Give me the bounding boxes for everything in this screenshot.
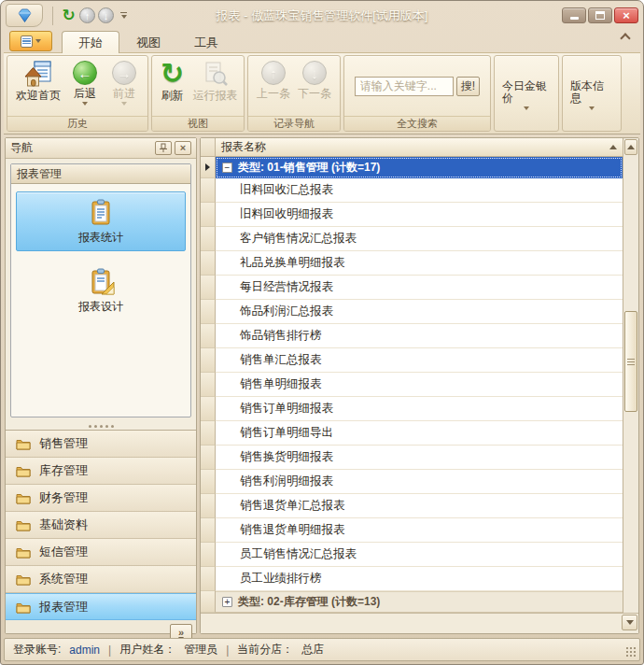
panel-close-button[interactable]: ×	[175, 141, 191, 155]
sort-ascending-icon	[609, 145, 617, 149]
home-icon	[24, 61, 52, 87]
welcome-home-button[interactable]: 欢迎首页	[11, 58, 65, 102]
search-button[interactable]: 搜!	[456, 77, 480, 96]
run-report-label: 运行报表	[193, 90, 238, 102]
module-nav-item[interactable]: 基础资料	[6, 512, 196, 539]
grid-column-header-row: 报表名称	[201, 138, 623, 157]
qat-down-icon[interactable]: ↓	[98, 7, 114, 23]
report-row[interactable]: 销售单明细报表	[201, 373, 623, 397]
expand-icon[interactable]: +	[222, 597, 232, 607]
row-indicator	[201, 203, 216, 227]
branch-label: 当前分店：	[237, 642, 293, 658]
forward-icon: →	[112, 61, 136, 85]
ribbon-group-view: ↻ 刷新 运行报表 视图	[151, 55, 245, 132]
gold-price-dropdown-icon	[524, 106, 529, 110]
ribbon-tab-row: 开始 视图 工具	[4, 27, 640, 52]
group-caption-record-nav: 记录导航	[248, 116, 340, 131]
folder-icon	[16, 545, 31, 559]
scroll-down-button[interactable]	[622, 615, 637, 630]
qat-customize-icon[interactable]	[120, 12, 127, 19]
refresh-button[interactable]: ↻ 刷新	[155, 58, 189, 102]
report-row[interactable]: 旧料回收明细报表	[201, 203, 623, 227]
ribbon-minimize-icon[interactable]	[620, 33, 630, 43]
report-row[interactable]: 销售退货单汇总报表	[201, 494, 623, 518]
resize-grip[interactable]	[625, 646, 637, 658]
report-name: 员工销售情况汇总报表	[240, 546, 357, 562]
row-indicator	[201, 324, 216, 348]
ribbon-tab[interactable]: 开始	[62, 31, 119, 53]
group-row-inventory[interactable]: + 类型: 02-库存管理 (计数=13)	[201, 591, 623, 613]
scroll-up-button[interactable]	[624, 139, 637, 155]
refresh-icon: ↻	[161, 61, 184, 87]
report-row[interactable]: 销售单汇总报表	[201, 348, 623, 373]
report-row[interactable]: 销售换货明细报表	[201, 446, 623, 470]
collapse-icon[interactable]: −	[222, 163, 232, 173]
report-row[interactable]: 每日经营情况报表	[201, 276, 623, 300]
version-info-button[interactable]: 版本信息	[563, 56, 621, 131]
scroll-up-icon	[627, 145, 635, 149]
column-header-label: 报表名称	[221, 139, 266, 155]
row-indicator	[201, 591, 216, 613]
ribbon-tab[interactable]: 工具	[177, 31, 235, 53]
scrollbar-track[interactable]	[623, 156, 638, 613]
report-row[interactable]: 销售利润明细报表	[201, 470, 623, 494]
module-nav-item[interactable]: 销售管理	[6, 431, 196, 458]
report-row[interactable]: 客户销售情况汇总报表	[201, 227, 623, 251]
next-record-button[interactable]: ↓ 下一条	[294, 58, 335, 100]
application-menu-button[interactable]	[9, 31, 52, 51]
run-report-button[interactable]: 运行报表	[189, 58, 241, 102]
sidebar-item-report-design[interactable]: 报表设计	[16, 261, 186, 320]
report-name: 销售退货单汇总报表	[240, 498, 345, 514]
quick-access-toolbar: ↻ ↑ ↓	[52, 7, 127, 25]
report-name: 销售单明细报表	[240, 376, 322, 392]
search-input[interactable]	[355, 77, 454, 96]
ribbon-tab[interactable]: 视图	[119, 31, 177, 53]
report-name: 旧料回收汇总报表	[240, 182, 333, 198]
sidebar-splitter[interactable]	[6, 422, 196, 430]
welcome-home-label: 欢迎首页	[16, 90, 61, 102]
back-label: 后退	[74, 88, 96, 100]
module-nav-item[interactable]: 财务管理	[6, 485, 196, 512]
report-row[interactable]: 销售订单明细导出	[201, 421, 623, 446]
report-row[interactable]: 员工业绩排行榜	[201, 567, 623, 591]
navigation-title: 导航	[10, 140, 33, 156]
report-name: 旧料回收明细报表	[240, 206, 333, 222]
qat-up-icon[interactable]: ↑	[79, 7, 95, 23]
main-area: 导航 × 报表管理	[4, 134, 640, 637]
module-nav-item[interactable]: 报表管理	[6, 593, 196, 620]
sidebar-item-report-statistics[interactable]: 报表统计	[16, 191, 186, 251]
report-row[interactable]: 销售退货单明细报表	[201, 518, 623, 543]
forward-button[interactable]: → 前进	[105, 58, 144, 106]
maximize-icon	[595, 11, 605, 20]
pin-button[interactable]	[155, 141, 172, 155]
user-name-value: 管理员	[184, 642, 217, 658]
back-button[interactable]: ← 后退	[65, 58, 105, 106]
scroll-down-icon	[626, 620, 634, 625]
prev-record-button[interactable]: ↑ 上一条	[253, 58, 294, 100]
module-nav-item[interactable]: 短信管理	[6, 539, 196, 566]
minimize-button[interactable]	[562, 7, 586, 23]
status-bar: 登录账号: admin | 用户姓名： 管理员 | 当前分店： 总店	[4, 638, 640, 661]
application-menu-icon	[21, 35, 33, 48]
report-row[interactable]: 旧料回收汇总报表	[201, 178, 623, 203]
maximize-button[interactable]	[588, 7, 612, 23]
module-nav-item[interactable]: 库存管理	[6, 458, 196, 485]
close-button[interactable]: ×	[614, 7, 638, 23]
report-row[interactable]: 员工销售情况汇总报表	[201, 543, 623, 567]
module-nav-item[interactable]: 系统管理	[6, 566, 196, 593]
group-row-sales[interactable]: − 类型: 01-销售管理 (计数=17)	[201, 157, 623, 178]
report-row[interactable]: 饰品利润汇总报表	[201, 300, 623, 324]
report-row[interactable]: 饰品销售排行榜	[201, 324, 623, 348]
scrollbar-thumb[interactable]	[624, 311, 637, 412]
run-report-icon	[203, 61, 229, 87]
ribbon-group-version: 版本信息	[562, 55, 622, 132]
report-row[interactable]: 礼品兑换单明细报表	[201, 251, 623, 276]
group-caption-search: 全文搜索	[344, 116, 490, 131]
gold-price-button[interactable]: 今日金银价	[495, 56, 558, 131]
column-header-report-name[interactable]: 报表名称	[216, 138, 623, 156]
report-row[interactable]: 销售订单明细报表	[201, 397, 623, 421]
chevrons-right-icon: »	[178, 629, 184, 637]
vertical-scrollbar[interactable]	[623, 138, 638, 613]
qat-refresh-icon[interactable]: ↻	[61, 7, 77, 23]
version-dropdown-icon	[589, 106, 595, 110]
